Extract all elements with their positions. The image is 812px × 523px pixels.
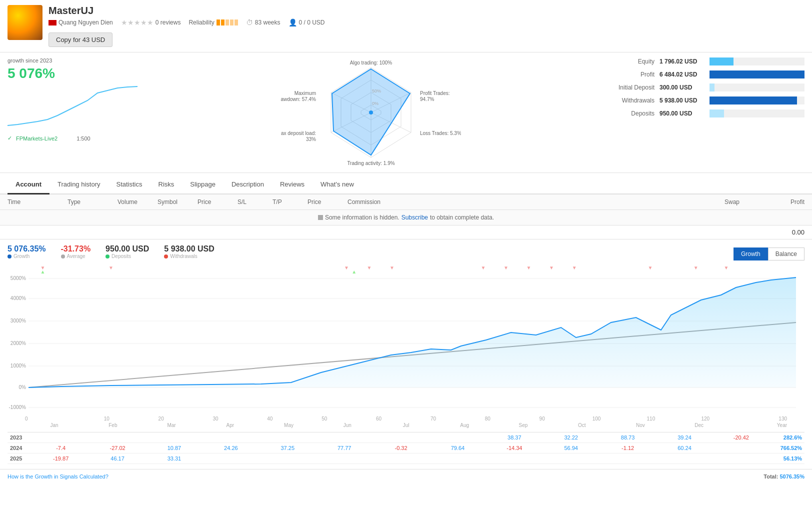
th-profit: Profit (764, 198, 804, 206)
chart-stats: 5 076.35% Growth -31.73% Average 950.00 … (8, 244, 214, 259)
equity-row: Equity 1 796.02 USD (594, 58, 804, 66)
table-header: Time Type Volume Symbol Price S/L T/P Pr… (0, 194, 812, 210)
profit-stat-value: 6 484.02 USD (660, 71, 710, 78)
x-num-80: 80 (460, 416, 515, 422)
chart-section: 5 076.35% Growth -31.73% Average 950.00 … (0, 240, 812, 469)
tab-description[interactable]: Description (224, 176, 272, 194)
withdrawals-chart-value: 5 938.00 USD (164, 244, 214, 254)
trader-avatar (8, 5, 42, 40)
x-num-90: 90 (515, 416, 570, 422)
th-price: Price (198, 198, 238, 206)
middle-section: growth since 2023 5 076% ✓ FPMarkets-Liv… (0, 52, 812, 173)
th-commission: Commission (348, 198, 724, 206)
leverage: 1:500 (76, 136, 90, 142)
balance-section: 👤 0 / 0 USD (288, 18, 325, 26)
withdrawals-value: 5 938.00 USD (660, 97, 710, 104)
x-num-100: 100 (570, 416, 624, 422)
th-sl: S/L (238, 198, 272, 206)
svg-text:Maximum: Maximum (294, 90, 316, 96)
year-row-2024: 2024 -7.4 -27.02 10.87 24.26 37.25 77.77… (8, 443, 804, 454)
balance-toggle-btn[interactable]: Balance (768, 248, 804, 260)
2024-jun: 77.77 (316, 445, 372, 451)
average-label: Average (61, 254, 91, 259)
equity-bar-bg (710, 58, 804, 66)
total-value: 5076.35% (780, 474, 804, 480)
year-row-2025: 2025 -19.87 46.17 33.31 56.13% (8, 454, 804, 464)
growth-value: 5 076.35% (8, 244, 46, 254)
2025-mar: 33.31 (146, 456, 202, 462)
stars-rating: ★★★★★ 0 reviews (121, 18, 181, 26)
deposits-bar (710, 110, 724, 118)
copy-button[interactable]: Copy for 43 USD (48, 32, 112, 47)
th-tp: T/P (272, 198, 308, 206)
x-num-60: 60 (352, 416, 406, 422)
info-text-1: Some information is hidden. (325, 214, 400, 221)
growth-toggle-btn[interactable]: Growth (734, 248, 768, 260)
tab-reviews[interactable]: Reviews (272, 176, 312, 194)
growth-calc-link[interactable]: How is the Growth in Signals Calculated? (8, 474, 108, 480)
tab-statistics[interactable]: Statistics (108, 176, 150, 194)
trader-meta: Quang Nguyen Dien ★★★★★ 0 reviews Reliab… (48, 18, 804, 26)
svg-text:4000%: 4000% (10, 296, 26, 301)
2024-feb: -27.02 (89, 445, 146, 451)
2025-feb: 46.17 (89, 456, 146, 462)
x-num-110: 110 (624, 416, 678, 422)
growth-dot (8, 254, 12, 258)
initial-bar (710, 84, 714, 92)
markers-row: ▼ ▼ ▼ ▼ ▼ ▼ ▼ ▼ ▼ ▼ ▼ ▼ ▼ ▲ ▲ (25, 265, 784, 275)
chart-toggle: Growth Balance (734, 248, 804, 260)
growth-section: growth since 2023 5 076% ✓ FPMarkets-Liv… (8, 58, 148, 142)
svg-text:5000%: 5000% (10, 276, 26, 281)
year-2024: 2024 (8, 445, 32, 451)
month-nov: Nov (611, 422, 670, 428)
month-dec: Dec (670, 422, 728, 428)
year-table: 2023 38.37 32.22 88.73 39.24 -20.42 282.… (8, 432, 804, 464)
svg-text:3000%: 3000% (10, 318, 26, 324)
month-year: Year (728, 422, 787, 428)
growth-label: Growth (8, 254, 46, 259)
svg-text:Trading activity: 1.9%: Trading activity: 1.9% (347, 160, 394, 166)
marker-12: ▼ (694, 265, 698, 270)
th-time: Time (8, 198, 68, 206)
month-mar: Mar (142, 422, 200, 428)
mini-growth-chart (8, 86, 138, 130)
svg-text:Max deposit load:: Max deposit load: (281, 130, 316, 136)
total-section: Total: 5076.35% (764, 474, 804, 480)
2023-oct: 32.22 (543, 434, 600, 440)
2024-jan: -7.4 (32, 445, 89, 451)
svg-text:drawdown: 57.4%: drawdown: 57.4% (281, 96, 316, 102)
month-oct: Oct (552, 422, 611, 428)
subscribe-link[interactable]: Subscribe (402, 214, 428, 221)
svg-text:0%: 0% (19, 384, 26, 390)
average-dot (61, 254, 65, 258)
year-2025: 2025 (8, 456, 32, 462)
equity-value: 1 796.02 USD (660, 58, 710, 65)
tab-account[interactable]: Account (8, 176, 50, 194)
profit-row: 0.00 (0, 226, 812, 240)
year-2023: 2023 (8, 434, 32, 440)
stats-section: Equity 1 796.02 USD Profit 6 484.02 USD … (594, 58, 804, 122)
x-num-10: 10 (80, 416, 134, 422)
2024-oct: 56.94 (543, 445, 600, 451)
withdrawals-chart-label: Withdrawals (164, 254, 214, 259)
month-feb: Feb (84, 422, 142, 428)
initial-deposit-row: Initial Deposit 300.00 USD (594, 84, 804, 92)
x-num-40: 40 (242, 416, 297, 422)
average-value: -31.73% (61, 244, 91, 254)
marker-7: ▼ (504, 265, 508, 270)
tab-risks[interactable]: Risks (150, 176, 182, 194)
month-labels-row: Jan Feb Mar Apr May Jun Jul Aug Sep Oct … (8, 422, 804, 428)
tab-slippage[interactable]: Slippage (182, 176, 224, 194)
withdrawals-bar (710, 96, 797, 104)
tab-trading-history[interactable]: Trading history (50, 176, 108, 194)
x-num-50: 50 (297, 416, 352, 422)
withdrawals-label: Withdrawals (594, 97, 660, 104)
chart-stat-withdrawals: 5 938.00 USD Withdrawals (164, 244, 214, 259)
month-sep: Sep (494, 422, 552, 428)
tab-whats-new[interactable]: What's new (312, 176, 362, 194)
marker-6: ▼ (480, 265, 486, 270)
growth-percentage: 5 076% (8, 66, 148, 82)
page-header: MasterUJ Quang Nguyen Dien ★★★★★ 0 revie… (0, 0, 812, 52)
2023-sep: 38.37 (486, 434, 542, 440)
person-icon: 👤 (288, 18, 297, 26)
